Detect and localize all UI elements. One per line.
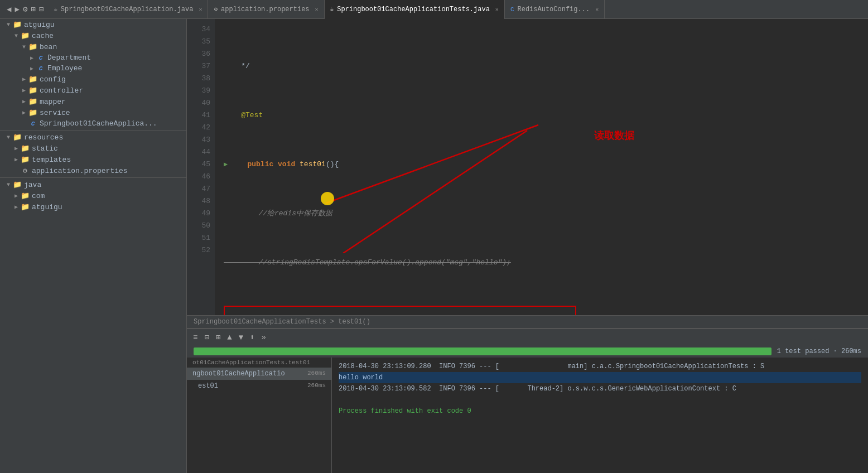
export-icon[interactable]: ⬆ <box>248 331 256 343</box>
settings-icon[interactable]: ⚙ <box>23 4 27 14</box>
console-output: 2018-04-30 23:13:09.280 INFO 7396 --- [ … <box>332 358 868 473</box>
folder-icon: 📁 <box>20 144 30 153</box>
sidebar-item-com[interactable]: ▶ 📁 com <box>0 190 186 201</box>
expand-arrow: ▶ <box>12 192 20 199</box>
java-icon: ☕ <box>330 6 334 13</box>
class-icon: C <box>36 55 46 61</box>
nav-back-icon[interactable]: ◀ <box>7 4 11 14</box>
test-list-item-main[interactable]: ngboot01CacheApplicatio 260ms <box>187 368 331 380</box>
sidebar-item-atguigu-java[interactable]: ▶ 📁 atguigu <box>0 201 186 213</box>
main-area: ▼ 📁 atguigu ▼ 📁 cache ▼ 📁 bean ▶ C Depar… <box>0 19 868 473</box>
tab-label: application.properties <box>221 6 309 13</box>
console-line-1: 2018-04-30 23:13:09.280 INFO 7396 --- [ … <box>339 361 861 372</box>
sidebar-item-springboot-app[interactable]: C Springboot01CacheApplica... <box>0 118 186 129</box>
expand-arrow: ▶ <box>28 55 36 61</box>
up-icon[interactable]: ▲ <box>225 332 233 343</box>
sidebar-label: templates <box>32 156 71 164</box>
bottom-panel: ≡ ⊟ ⊞ ▲ ▼ ⬆ » 1 test passed · 260ms ot01… <box>187 328 868 473</box>
project-sidebar: ▼ 📁 atguigu ▼ 📁 cache ▼ 📁 bean ▶ C Depar… <box>0 19 187 473</box>
more-icon[interactable]: » <box>260 332 268 343</box>
sidebar-label: config <box>40 75 66 84</box>
nav-forward-icon[interactable]: ▶ <box>15 4 19 14</box>
class-icon: C <box>28 120 38 127</box>
sidebar-label: mapper <box>40 98 66 106</box>
sidebar-item-department[interactable]: ▶ C Department <box>0 52 186 63</box>
test-item-label: ngboot01CacheApplicatio <box>192 370 285 378</box>
sidebar-item-templates[interactable]: ▶ 📁 templates <box>0 154 186 165</box>
sidebar-item-mapper[interactable]: ▶ 📁 mapper <box>0 96 186 107</box>
test-results-bar: 1 test passed · 260ms <box>187 345 868 358</box>
sidebar-item-service[interactable]: ▶ 📁 service <box>0 107 186 118</box>
folder-icon: 📁 <box>28 108 38 117</box>
extra-icon[interactable]: ⊟ <box>39 4 44 14</box>
sidebar-item-static[interactable]: ▶ 📁 static <box>0 143 186 154</box>
sidebar-label: application.properties <box>32 167 128 175</box>
test-time: 260ms <box>307 382 326 389</box>
code-line-39: String msg = stringRedisTemplate.opsForV… <box>224 306 864 315</box>
console-line-4 <box>339 394 861 406</box>
folder-icon: 📁 <box>20 202 30 211</box>
test-list-item-sub[interactable]: est01 260ms <box>187 380 331 392</box>
expand-arrow: ▶ <box>20 87 28 94</box>
sidebar-label: service <box>40 109 70 117</box>
code-scroll-area[interactable]: 34 35 36 37 38 39 40 41 42 43 44 45 46 4… <box>187 19 868 315</box>
folder-icon: 📁 <box>20 191 30 200</box>
test-item-label: est01 <box>198 382 218 390</box>
tab-springboot-main[interactable]: ☕ Springboot01CacheApplication.java ✕ <box>48 0 208 19</box>
folder-icon: 📁 <box>28 97 38 106</box>
test-result-label: 1 test passed · 260ms <box>777 347 861 355</box>
sidebar-item-controller[interactable]: ▶ 📁 controller <box>0 85 186 96</box>
tab-application-props[interactable]: ⚙ application.properties ✕ <box>208 0 324 19</box>
console-line-exit: Process finished with exit code 0 <box>339 406 861 417</box>
tab-bar: ◀ ▶ ⚙ ⊞ ⊟ ☕ Springboot01CacheApplication… <box>0 0 868 19</box>
breadcrumb-text: Springboot01CacheApplicationTests > test… <box>194 318 370 326</box>
sidebar-item-resources[interactable]: ▼ 📁 resources <box>0 132 186 143</box>
sidebar-label: java <box>24 181 41 189</box>
class-icon: C <box>510 6 514 13</box>
read-data-annotation: 读取数据 <box>561 117 634 154</box>
code-line-36: ▶ public void test01(){ <box>224 158 864 171</box>
sidebar-item-application-props[interactable]: ⚙ application.properties <box>0 165 186 176</box>
sidebar-item-cache[interactable]: ▼ 📁 cache <box>0 30 186 41</box>
folder-icon: 📁 <box>28 75 38 84</box>
expand-arrow: ▶ <box>20 76 28 83</box>
folder-icon: 📁 <box>28 42 38 51</box>
code-line-38: //stringRedisTemplate.opsForValue().appe… <box>224 257 864 269</box>
folder-icon: 📁 <box>12 133 22 142</box>
expand-icon[interactable]: ⊞ <box>214 331 222 343</box>
sidebar-label: atguigu <box>32 203 62 211</box>
collapse-icon[interactable]: ⊟ <box>202 331 210 343</box>
svg-line-1 <box>343 131 527 253</box>
tab-label: RedisAutoConfig... <box>518 6 590 13</box>
sidebar-label: Employee <box>47 64 82 73</box>
sidebar-item-atguigu[interactable]: ▼ 📁 atguigu <box>0 19 186 30</box>
sort-icon[interactable]: ≡ <box>191 332 199 343</box>
props-icon: ⚙ <box>20 166 30 175</box>
expand-arrow: ▼ <box>4 134 12 141</box>
code-editor[interactable]: 34 35 36 37 38 39 40 41 42 43 44 45 46 4… <box>187 19 868 328</box>
close-icon[interactable]: ✕ <box>315 6 319 13</box>
code-line-37: //给redis中保存数据 <box>224 207 864 220</box>
sidebar-item-bean[interactable]: ▼ 📁 bean <box>0 41 186 52</box>
tab-redis-autoconfig[interactable]: C RedisAutoConfig... ✕ <box>505 0 605 19</box>
tab-springboot-tests[interactable]: ☕ Springboot01CacheApplicationTests.java… <box>325 0 505 19</box>
sidebar-label: resources <box>24 133 63 142</box>
folder-icon: 📁 <box>20 155 30 164</box>
split-icon[interactable]: ⊞ <box>31 4 35 14</box>
sidebar-label: controller <box>40 86 83 95</box>
line-numbers: 34 35 36 37 38 39 40 41 42 43 44 45 46 4… <box>187 19 215 315</box>
close-icon[interactable]: ✕ <box>199 6 202 13</box>
sidebar-label: atguigu <box>24 21 55 29</box>
sidebar-item-employee[interactable]: ▶ C Employee <box>0 63 186 74</box>
close-icon[interactable]: ✕ <box>495 6 499 13</box>
expand-arrow: ▶ <box>28 65 36 72</box>
test-time: 260ms <box>307 370 326 377</box>
sidebar-item-java[interactable]: ▼ 📁 java <box>0 179 186 190</box>
expand-arrow: ▶ <box>20 109 28 116</box>
cursor-indicator <box>321 192 334 205</box>
close-icon[interactable]: ✕ <box>595 6 599 13</box>
sidebar-item-config[interactable]: ▶ 📁 config <box>0 74 186 85</box>
expand-arrow: ▼ <box>20 44 28 50</box>
down-icon[interactable]: ▼ <box>237 332 245 343</box>
expand-arrow: ▶ <box>12 204 20 210</box>
